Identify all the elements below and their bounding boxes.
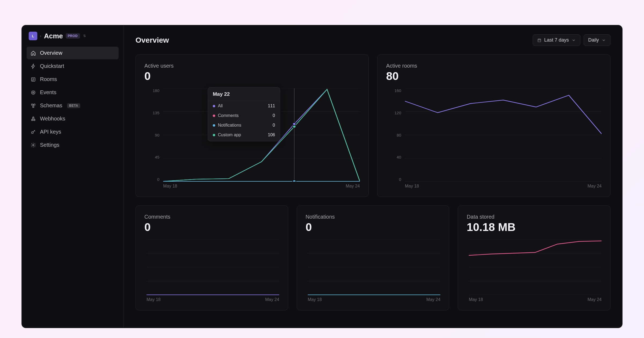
card-label: Active rooms <box>386 63 602 69</box>
sidebar: L › Acme PROD ⇅ Overview Quickstart Room… <box>22 25 124 328</box>
sidebar-label: Settings <box>40 142 59 148</box>
card-active-users: Active users 0 180 135 90 45 0 <box>136 54 369 197</box>
workspace-switcher[interactable]: L › Acme PROD ⇅ <box>27 32 119 45</box>
x-axis-ticks: May 18 May 24 <box>469 297 602 304</box>
svg-point-6 <box>31 119 33 120</box>
gear-icon <box>30 142 36 148</box>
home-icon <box>30 50 36 56</box>
sidebar-label: Quickstart <box>40 63 64 69</box>
plot-area <box>308 239 441 295</box>
workspace-name: Acme <box>44 32 63 40</box>
schema-icon <box>30 103 36 109</box>
sidebar-item-api-keys[interactable]: API keys <box>27 126 119 138</box>
card-active-rooms: Active rooms 80 160 120 80 40 0 <box>377 54 610 197</box>
sidebar-label: API keys <box>40 129 61 135</box>
svg-point-2 <box>33 92 34 93</box>
cards-row-bottom: Comments 0 May 18 <box>136 205 610 310</box>
page-title: Overview <box>136 36 169 45</box>
chart-active-users[interactable]: 180 135 90 45 0 <box>144 88 360 190</box>
sidebar-label: Schemas <box>40 102 62 109</box>
y-axis-ticks: 180 135 90 45 0 <box>144 88 159 182</box>
tooltip-date: May 22 <box>208 87 280 101</box>
x-axis-ticks: May 18 May 24 <box>405 184 602 190</box>
svg-point-9 <box>31 132 33 134</box>
x-axis-ticks: May 18 May 24 <box>163 184 360 190</box>
sidebar-label: Overview <box>40 50 62 56</box>
sidebar-item-settings[interactable]: Settings <box>27 139 119 151</box>
chevron-down-icon <box>572 38 576 42</box>
beta-badge: BETA <box>67 103 80 108</box>
sidebar-label: Webhooks <box>40 116 65 122</box>
target-icon <box>30 90 36 95</box>
x-axis-ticks: May 18 May 24 <box>308 297 441 304</box>
sidebar-item-schemas[interactable]: Schemas BETA <box>27 99 119 112</box>
list-icon <box>30 76 36 82</box>
chart-notifications[interactable]: May 18 May 24 <box>306 239 441 304</box>
selector-icon: ⇅ <box>83 34 86 38</box>
webhook-icon <box>30 116 36 122</box>
env-badge: PROD <box>66 33 80 39</box>
chart-active-rooms[interactable]: 160 120 80 40 0 <box>386 88 602 190</box>
nav: Overview Quickstart Rooms Events Schemas… <box>27 47 119 151</box>
card-label: Data stored <box>467 214 602 220</box>
svg-point-1 <box>31 91 35 94</box>
main: Overview Last 7 days Daily Active users … <box>124 25 622 328</box>
card-label: Comments <box>144 214 279 220</box>
plot-area <box>469 239 602 295</box>
card-value: 80 <box>386 70 602 82</box>
key-icon <box>30 129 36 135</box>
tooltip-row-custom-app: Custom app 106 <box>208 130 280 141</box>
card-label: Active users <box>144 63 360 69</box>
workspace-logo: L <box>29 32 37 40</box>
svg-point-7 <box>34 119 35 120</box>
sidebar-item-quickstart[interactable]: Quickstart <box>27 60 119 72</box>
svg-rect-3 <box>31 104 33 105</box>
tooltip-row-all: All 111 <box>208 101 280 111</box>
x-axis-ticks: May 18 May 24 <box>147 297 279 304</box>
chart-data-stored[interactable]: May 18 May 24 <box>467 239 602 304</box>
header-controls: Last 7 days Daily <box>533 34 610 46</box>
chevron-right-icon: › <box>40 34 41 38</box>
svg-point-20 <box>293 180 296 182</box>
card-notifications: Notifications 0 May 18 <box>297 205 449 310</box>
card-data-stored: Data stored 10.18 MB M <box>458 205 610 310</box>
date-range-picker[interactable]: Last 7 days <box>533 34 580 46</box>
sidebar-label: Rooms <box>40 76 57 82</box>
plot-area <box>405 88 602 182</box>
bolt-icon <box>30 63 36 69</box>
granularity-label: Daily <box>588 37 599 43</box>
cards-row-top: Active users 0 180 135 90 45 0 <box>136 54 610 197</box>
svg-point-18 <box>293 123 296 125</box>
header: Overview Last 7 days Daily <box>136 34 610 46</box>
svg-rect-11 <box>538 39 541 42</box>
svg-point-10 <box>33 144 34 146</box>
card-label: Notifications <box>306 214 441 220</box>
chevron-down-icon <box>602 38 606 42</box>
sidebar-item-events[interactable]: Events <box>27 86 119 99</box>
card-value: 0 <box>144 70 360 82</box>
calendar-icon <box>537 38 541 42</box>
chart-tooltip: May 22 All 111 Comments 0 Notifications … <box>208 87 280 141</box>
date-range-label: Last 7 days <box>544 37 569 43</box>
card-value: 0 <box>306 221 441 233</box>
svg-rect-5 <box>33 106 34 107</box>
y-axis-ticks: 160 120 80 40 0 <box>386 88 401 182</box>
card-value: 0 <box>144 221 279 233</box>
sidebar-item-rooms[interactable]: Rooms <box>27 73 119 86</box>
sidebar-item-webhooks[interactable]: Webhooks <box>27 112 119 125</box>
tooltip-row-notifications: Notifications 0 <box>208 120 280 130</box>
svg-point-19 <box>293 125 296 128</box>
card-value: 10.18 MB <box>467 221 602 233</box>
card-comments: Comments 0 May 18 <box>136 205 288 310</box>
sidebar-item-overview[interactable]: Overview <box>27 47 119 59</box>
granularity-picker[interactable]: Daily <box>584 34 610 46</box>
sidebar-label: Events <box>40 89 56 95</box>
chart-comments[interactable]: May 18 May 24 <box>144 239 279 304</box>
svg-rect-4 <box>34 104 35 105</box>
tooltip-row-comments: Comments 0 <box>208 111 280 120</box>
app-window: L › Acme PROD ⇅ Overview Quickstart Room… <box>21 25 623 328</box>
plot-area <box>147 239 279 295</box>
